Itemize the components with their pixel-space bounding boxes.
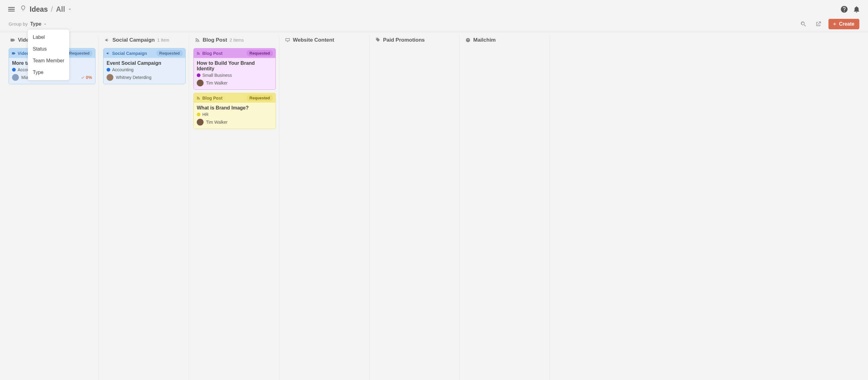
column-title: Mailchim bbox=[473, 37, 496, 43]
megaphone-icon bbox=[106, 51, 110, 56]
breadcrumb-sub[interactable]: All bbox=[56, 5, 72, 13]
mailchimp-icon bbox=[465, 37, 471, 43]
create-button[interactable]: Create bbox=[829, 19, 859, 29]
chevron-down-icon bbox=[67, 6, 72, 12]
column-count: 2 Items bbox=[229, 38, 244, 42]
bulb-icon bbox=[20, 5, 27, 13]
video-icon bbox=[10, 37, 16, 43]
card-header: Blog Post Requested bbox=[194, 93, 276, 103]
person-row: Tim Walker bbox=[197, 79, 273, 87]
groupby-option[interactable]: Type bbox=[28, 67, 69, 78]
card-header: Blog Post Requested bbox=[194, 48, 276, 58]
tag-text: Small Business bbox=[202, 73, 232, 78]
column-title: Blog Post bbox=[203, 37, 227, 43]
tag-dot bbox=[106, 68, 110, 72]
rss-icon bbox=[196, 51, 200, 56]
card-title: What is Brand Image? bbox=[197, 105, 273, 111]
card-body: Event Social Campaign Accounting Whitney… bbox=[103, 58, 185, 84]
column-header: Blog Post2 Items bbox=[193, 36, 276, 48]
breadcrumb-separator: / bbox=[51, 5, 53, 13]
column: Blog Post2 Items Blog Post Requested How… bbox=[189, 36, 279, 380]
tag-dot bbox=[12, 68, 16, 72]
groupby-label: Group by bbox=[9, 21, 28, 27]
tag-text: HR bbox=[202, 112, 209, 117]
status-badge: Requested bbox=[247, 95, 273, 101]
card-body: How to Build Your Brand Identity Small B… bbox=[194, 58, 276, 90]
breadcrumb: Ideas / All bbox=[20, 5, 72, 13]
card-type-label: Social Campaign bbox=[112, 51, 147, 56]
breadcrumb-sub-label: All bbox=[56, 5, 65, 13]
chevron-up-icon bbox=[43, 22, 48, 27]
column-header: Mailchim bbox=[464, 36, 547, 48]
status-badge: Requested bbox=[247, 50, 273, 57]
column-title: Social Campaign bbox=[113, 37, 155, 43]
megaphone-icon bbox=[104, 37, 110, 43]
column: Social Campaign1 Item Social Campaign Re… bbox=[99, 36, 189, 380]
tag-text: Accounting bbox=[112, 67, 133, 72]
monitor-icon bbox=[285, 37, 290, 43]
column: Video Video Requested More ta Accou bbox=[9, 36, 99, 380]
column-title: Paid Promotions bbox=[383, 37, 425, 43]
help-button[interactable] bbox=[839, 4, 849, 14]
tag-icon bbox=[375, 37, 380, 43]
card[interactable]: Blog Post Requested How to Build Your Br… bbox=[193, 48, 276, 90]
column-title: Website Content bbox=[293, 37, 334, 43]
progress-chip: 0% bbox=[81, 75, 92, 80]
card-title: Event Social Campaign bbox=[106, 61, 182, 66]
rss-icon bbox=[195, 37, 200, 43]
tag-dot bbox=[197, 73, 200, 77]
controlbar: Group by Type LabelStatusTeam MemberType… bbox=[0, 17, 868, 32]
tag-row: HR bbox=[197, 112, 273, 117]
menu-icon[interactable] bbox=[6, 4, 17, 14]
tag-dot bbox=[197, 112, 200, 116]
create-button-label: Create bbox=[839, 21, 855, 27]
tag-row: Accounting bbox=[106, 67, 182, 72]
groupby-value: Type bbox=[30, 21, 41, 27]
avatar bbox=[12, 74, 19, 81]
tag-row: Small Business bbox=[197, 73, 273, 78]
status-badge: Requested bbox=[156, 50, 183, 57]
share-button[interactable] bbox=[814, 20, 823, 29]
rss-icon bbox=[196, 96, 200, 100]
card-type-label: Blog Post bbox=[202, 96, 222, 101]
column-count: 1 Item bbox=[157, 38, 169, 42]
person-name: Tim Walker bbox=[206, 120, 228, 125]
breadcrumb-root[interactable]: Ideas bbox=[30, 5, 48, 13]
groupby-option[interactable]: Team Member bbox=[28, 55, 69, 67]
groupby-dropdown: LabelStatusTeam MemberType bbox=[28, 30, 69, 80]
groupby-option[interactable]: Label bbox=[28, 31, 69, 43]
topbar: Ideas / All bbox=[0, 0, 868, 17]
video-icon bbox=[11, 51, 16, 56]
card-header: Social Campaign Requested bbox=[103, 48, 185, 58]
column: Website Content bbox=[279, 36, 369, 380]
status-badge: Requested bbox=[66, 50, 93, 57]
column: Paid Promotions bbox=[369, 36, 460, 380]
card-type-label: Blog Post bbox=[202, 51, 222, 56]
card[interactable]: Blog Post Requested What is Brand Image?… bbox=[193, 93, 276, 129]
board: Video Video Requested More ta Accou bbox=[0, 32, 868, 380]
person-name: Whitney Deterding bbox=[116, 75, 151, 80]
groupby-selector[interactable]: Type bbox=[30, 21, 48, 27]
avatar bbox=[197, 79, 204, 87]
person-row: Whitney Deterding bbox=[106, 74, 182, 81]
plus-icon bbox=[832, 22, 837, 27]
groupby-option[interactable]: Status bbox=[28, 43, 69, 55]
card-body: What is Brand Image? HR Tim Walker bbox=[194, 103, 276, 129]
avatar bbox=[197, 119, 204, 126]
search-button[interactable] bbox=[799, 20, 808, 29]
avatar bbox=[106, 74, 113, 81]
person-row: Tim Walker bbox=[197, 119, 273, 126]
column-header: Social Campaign1 Item bbox=[103, 36, 186, 48]
card[interactable]: Social Campaign Requested Event Social C… bbox=[103, 48, 186, 84]
column: Mailchim bbox=[460, 36, 550, 380]
person-name: Tim Walker bbox=[206, 80, 228, 85]
column-header: Website Content bbox=[284, 36, 366, 48]
card-title: How to Build Your Brand Identity bbox=[197, 61, 273, 72]
column-header: Paid Promotions bbox=[374, 36, 456, 48]
progress-value: 0% bbox=[86, 75, 92, 80]
notifications-button[interactable] bbox=[851, 4, 862, 14]
